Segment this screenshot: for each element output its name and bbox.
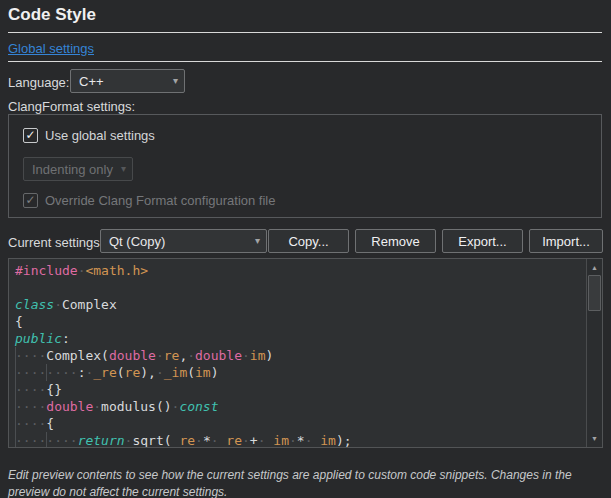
remove-button[interactable]: Remove [355, 229, 436, 253]
code-token: ···· [15, 365, 46, 380]
code-token: · [54, 297, 62, 312]
current-settings-dropdown[interactable]: Qt (Copy) ▾ [100, 229, 267, 253]
triangle-down-icon: ▼ [591, 435, 598, 442]
code-token: {} [46, 382, 62, 397]
copy-button[interactable]: Copy... [268, 229, 349, 253]
code-token: · [187, 348, 195, 363]
code-token: · [242, 348, 250, 363]
code-token: _re [172, 433, 195, 447]
code-line: ····Complex(double·re,·double·im) [15, 347, 586, 364]
checkbox-box: ✓ [23, 193, 38, 208]
checkmark-icon: ✓ [25, 129, 35, 141]
code-token: ) [266, 348, 274, 363]
scroll-down-button[interactable]: ▼ [587, 431, 602, 446]
code-token: · [242, 433, 250, 447]
import-button[interactable]: Import... [529, 229, 603, 253]
code-token: double [46, 399, 93, 414]
code-token: · [195, 433, 203, 447]
code-token: Complex( [46, 348, 109, 363]
code-token: _im [312, 433, 335, 447]
language-label: Language: [8, 75, 69, 90]
code-token: { [46, 416, 54, 431]
code-line: { [15, 313, 586, 330]
code-token: double [195, 348, 242, 363]
checkbox-box: ✓ [23, 128, 38, 143]
code-line [15, 279, 586, 296]
code-token: im [250, 348, 266, 363]
code-token: ), [140, 365, 156, 380]
clangformat-settings-label: ClangFormat settings: [8, 99, 135, 114]
code-token: return [78, 433, 125, 447]
code-token: ); [336, 433, 352, 447]
code-line: ········:·_re(re),·_im(im) [15, 364, 586, 381]
code-preview-editor[interactable]: #include·<math.h>class·Complex{public:··… [8, 258, 603, 448]
chevron-down-icon: ▾ [173, 76, 178, 86]
code-line: #include·<math.h> [15, 262, 586, 279]
footer-note: Edit preview contents to see how the cur… [8, 467, 606, 498]
code-token: ) [211, 365, 219, 380]
clangformat-groupbox: ✓ Use global settings Indenting only ▾ ✓… [8, 114, 602, 218]
code-token: · [289, 433, 297, 447]
language-dropdown-value: C++ [79, 74, 104, 89]
code-token: ···· [46, 433, 77, 447]
code-token: ···· [15, 416, 46, 431]
code-token: * [297, 433, 305, 447]
code-token: ···· [46, 365, 77, 380]
title-separator [8, 32, 602, 33]
chevron-down-icon: ▾ [121, 164, 126, 174]
code-token: _im [266, 433, 289, 447]
scroll-up-button[interactable]: ▲ [587, 260, 602, 275]
code-token: re [164, 348, 180, 363]
current-settings-label: Current settings: [8, 235, 103, 250]
checkbox-label: Use global settings [45, 128, 155, 143]
code-token: const [179, 399, 218, 414]
code-style-settings-page: Code Style Global settings Language: C++… [0, 0, 611, 498]
export-button[interactable]: Export... [442, 229, 523, 253]
code-token: ···· [15, 348, 46, 363]
use-global-settings-checkbox[interactable]: ✓ Use global settings [23, 128, 155, 143]
code-token: Complex [62, 297, 117, 312]
code-token: ···· [15, 433, 46, 447]
code-token: _im [164, 365, 187, 380]
code-token: modulus() [101, 399, 171, 414]
current-settings-dropdown-value: Qt (Copy) [109, 234, 165, 249]
global-settings-link[interactable]: Global settings [8, 41, 94, 56]
code-line: ····double·modulus()·const [15, 398, 586, 415]
code-token: ···· [15, 382, 46, 397]
code-token: · [156, 365, 164, 380]
code-line: ········return·sqrt(_re·*·_re·+·_im·*·_i… [15, 432, 586, 447]
code-token: + [250, 433, 258, 447]
code-token: · [211, 433, 219, 447]
code-token: _re [93, 365, 116, 380]
code-token: public [15, 331, 62, 346]
checkbox-label: Override Clang Format configuration file [45, 193, 276, 208]
code-token: : [62, 331, 70, 346]
code-token: _re [219, 433, 242, 447]
code-token: * [203, 433, 211, 447]
scrollbar-thumb[interactable] [588, 275, 601, 311]
page-title: Code Style [8, 5, 96, 25]
code-token: re [125, 365, 141, 380]
triangle-up-icon: ▲ [591, 264, 598, 271]
code-token: sqrt( [132, 433, 171, 447]
language-dropdown[interactable]: C++ ▾ [70, 69, 185, 93]
override-clangformat-checkbox: ✓ Override Clang Format configuration fi… [23, 193, 276, 208]
code-token: double [109, 348, 156, 363]
code-area: #include·<math.h>class·Complex{public:··… [9, 259, 586, 447]
code-token: #include [15, 263, 78, 278]
code-line: public: [15, 330, 586, 347]
code-token: · [93, 399, 101, 414]
code-token: · [156, 348, 164, 363]
chevron-down-icon: ▾ [255, 236, 260, 246]
code-token: · [258, 433, 266, 447]
checkmark-icon: ✓ [25, 194, 35, 206]
code-token: <math.h> [85, 263, 148, 278]
code-token: { [15, 314, 23, 329]
indenting-mode-dropdown-value: Indenting only [32, 162, 113, 177]
code-line: ····{} [15, 381, 586, 398]
indenting-mode-dropdown: Indenting only ▾ [23, 157, 133, 181]
link-separator [8, 61, 602, 62]
editor-vertical-scrollbar[interactable]: ▲ ▼ [586, 259, 602, 447]
code-token: ( [117, 365, 125, 380]
code-token: im [195, 365, 211, 380]
